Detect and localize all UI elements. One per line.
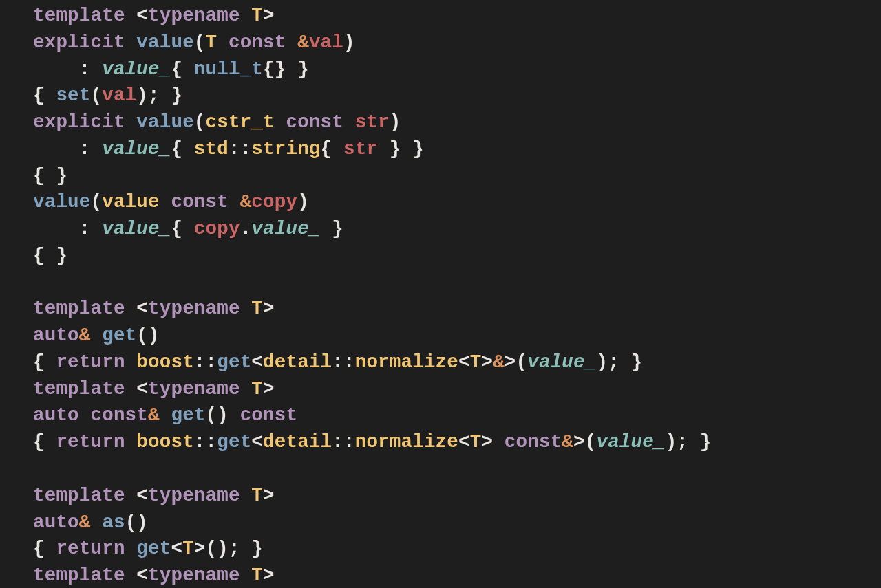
- code-token-pun: [240, 5, 252, 26]
- code-token-type: T: [470, 431, 482, 453]
- code-token-pun: [240, 565, 252, 586]
- code-token-kw: const: [229, 32, 286, 53]
- code-token-kw: return: [56, 351, 125, 373]
- code-token-pun: ): [343, 32, 355, 53]
- code-token-pun: [240, 378, 252, 400]
- code-token-pun: [79, 404, 91, 426]
- code-token-amp: &: [79, 325, 91, 346]
- code-token-pun: {: [171, 218, 193, 239]
- code-token-pun: >: [481, 351, 493, 373]
- code-token-pun: ::: [194, 351, 217, 373]
- code-token-mem: value_: [102, 58, 171, 80]
- code-token-fn: as: [102, 512, 125, 533]
- code-token-pun: {: [321, 138, 343, 160]
- code-token-pun: [125, 351, 137, 373]
- code-token-kw: explicit: [33, 111, 125, 133]
- code-token-mem: value_: [596, 431, 665, 453]
- code-token-pun: >(: [505, 351, 527, 373]
- code-token-kw: template: [33, 485, 125, 506]
- code-token-kw: return: [56, 538, 125, 559]
- code-token-type: T: [251, 5, 263, 26]
- code-token-pun: :: [33, 218, 102, 239]
- code-token-pun: >(); }: [194, 538, 263, 559]
- code-token-pun: ::: [332, 351, 354, 373]
- code-token-pun: {: [171, 138, 193, 160]
- code-token-amp: &: [297, 32, 309, 53]
- code-token-var: val: [309, 32, 343, 53]
- code-token-pun: >: [263, 485, 275, 506]
- code-token-type: cstr_t: [206, 111, 275, 133]
- code-token-mem: value_: [251, 218, 320, 239]
- code-token-kw: const: [240, 404, 298, 426]
- code-token-pun: } }: [378, 138, 424, 160]
- code-token-pun: ): [297, 191, 309, 213]
- code-token-type: T: [251, 298, 263, 319]
- code-token-type: T: [251, 485, 263, 506]
- code-token-kw: template: [33, 565, 125, 586]
- code-token-pun: >: [263, 298, 275, 319]
- code-token-kw: template: [33, 5, 125, 26]
- code-token-fn: null_t: [194, 58, 263, 80]
- code-token-kw: const: [91, 404, 149, 426]
- code-token-pun: {: [171, 58, 193, 80]
- code-token-pun: ::: [229, 138, 251, 160]
- code-token-pun: <: [251, 351, 263, 373]
- code-token-kw: return: [56, 431, 125, 453]
- code-token-mem: value_: [102, 138, 171, 160]
- code-token-pun: (: [91, 191, 103, 213]
- code-token-pun: >: [263, 565, 275, 586]
- code-token-pun: }: [321, 218, 343, 239]
- code-token-type: boost: [136, 351, 194, 373]
- code-token-fn: value: [136, 111, 194, 133]
- code-token-pun: (: [91, 85, 103, 106]
- code-token-pun: [240, 298, 252, 319]
- code-token-pun: <: [458, 351, 470, 373]
- code-token-pun: <: [125, 298, 148, 319]
- code-token-pun: [125, 431, 137, 453]
- code-token-fn: get: [217, 351, 251, 373]
- code-token-pun: >: [481, 431, 504, 453]
- code-token-var: str: [343, 138, 378, 160]
- code-token-pun: (): [136, 325, 159, 346]
- code-token-kw: const: [286, 111, 343, 133]
- code-token-pun: [160, 404, 171, 426]
- code-token-var: str: [355, 111, 390, 133]
- code-token-pun: >: [263, 5, 275, 26]
- code-token-amp: &: [493, 351, 505, 373]
- code-token-pun: {: [33, 538, 56, 559]
- code-token-pun: [125, 111, 137, 133]
- code-token-pun: <: [125, 565, 148, 586]
- code-token-pun: [286, 32, 297, 53]
- code-token-type: std: [194, 138, 229, 160]
- code-token-type: boost: [136, 431, 194, 453]
- code-token-pun: <: [251, 431, 263, 453]
- code-token-amp: &: [79, 512, 91, 533]
- code-token-pun: [229, 191, 240, 213]
- code-token-var: copy: [194, 218, 240, 239]
- code-token-pun: [217, 32, 229, 53]
- code-token-pun: ): [390, 111, 401, 133]
- code-token-kw: typename: [148, 5, 240, 26]
- code-token-amp: &: [562, 431, 573, 453]
- code-token-amp: &: [240, 191, 252, 213]
- code-token-pun: (): [125, 512, 148, 533]
- code-token-mem: value_: [102, 218, 171, 239]
- code-token-kw: template: [33, 298, 125, 319]
- code-token-kw: typename: [148, 298, 240, 319]
- code-token-pun: {: [33, 351, 56, 373]
- code-token-pun: <: [125, 378, 148, 400]
- code-token-pun: { }: [33, 245, 67, 266]
- code-token-pun: ::: [194, 431, 217, 453]
- code-token-pun: {} }: [263, 58, 309, 80]
- code-token-type: T: [206, 32, 217, 53]
- code-token-pun: [343, 111, 355, 133]
- code-token-pun: .: [240, 218, 252, 239]
- code-token-fn: value: [33, 191, 91, 213]
- code-token-kw: auto: [33, 325, 79, 346]
- code-token-kw: const: [171, 191, 229, 213]
- code-token-pun: :: [33, 58, 102, 80]
- code-token-fn: get: [171, 404, 205, 426]
- code-token-pun: ); }: [666, 431, 712, 453]
- code-token-pun: [275, 111, 286, 133]
- code-token-type: T: [182, 538, 194, 559]
